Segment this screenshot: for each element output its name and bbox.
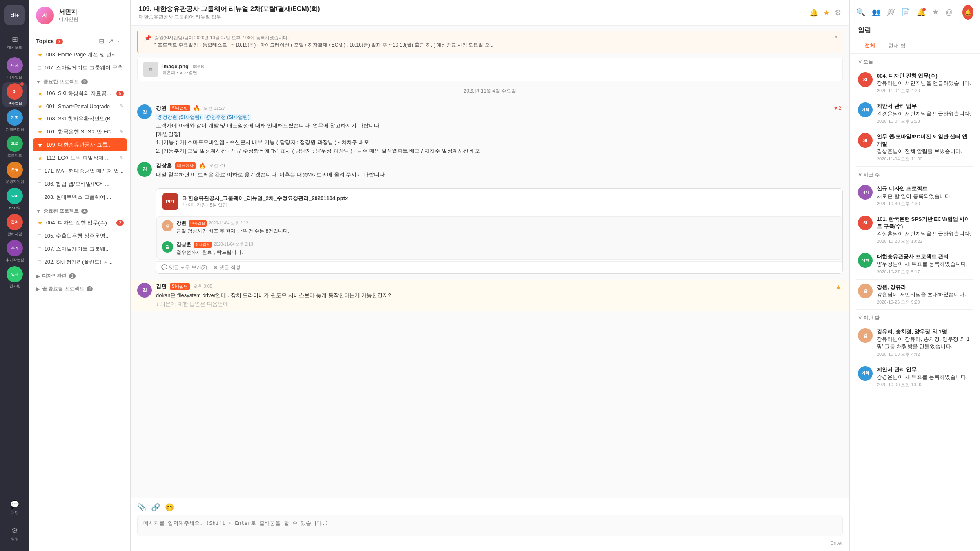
section-completed[interactable]: ▼ 종료된 프로젝트 4: [29, 204, 130, 216]
settings-icon[interactable]: ⚙: [835, 8, 841, 17]
sub-reply-name-2: 김상훈: [176, 241, 191, 248]
sidebar-item-186[interactable]: □ 186. 협업 웹/모바일/PC비...: [29, 178, 130, 191]
msg-text-1b: [개발일정]: [156, 130, 843, 139]
notif-item-1[interactable]: SI 004. 디자인 진행 업무(수) 강유라님이 서민지님을 언급하였습니다…: [856, 68, 973, 98]
msg-body-2: 김상훈 대표이사 🔥 오전 2:11 내일 철수하면 이 토픽은 완료 이하로 …: [156, 162, 843, 179]
view-all-replies-btn[interactable]: 💬 댓글 모두 보기(2): [161, 264, 207, 271]
attach-size: 89KB: [193, 64, 204, 69]
notif-item-3[interactable]: SI 업무 웹/모바일/PC버전 & 일반 센터 앱 개발 김상훈님이 전체 알…: [856, 129, 973, 167]
emoji-icon[interactable]: 😊: [165, 503, 174, 512]
notif-item-2[interactable]: 기획 제안서 관리 업무 강경온님이 서민지님을 언급하였습니다. 2020-1…: [856, 98, 973, 129]
star-icon[interactable]: ★: [823, 8, 830, 17]
nav-item-extra[interactable]: 추가 추가작업팀: [2, 239, 27, 264]
star-icon[interactable]: ★: [932, 8, 939, 17]
sidebar-more-btn[interactable]: ···: [117, 37, 124, 46]
sidebar-item-004[interactable]: ★ 004. 디자인 진행 업무(수) 2: [29, 216, 130, 229]
notif-item-title-4: 신규 디자인 프로젝트: [877, 185, 972, 192]
sidebar-item-105[interactable]: □ 105. 수출입은행 상주운영...: [29, 229, 130, 242]
chevron-down-icon: ▼: [36, 209, 41, 214]
expand-icon[interactable]: ▼: [834, 34, 839, 40]
sidebar-item-208[interactable]: □ 208. 현대무벡스 그룹웨어 ...: [29, 191, 130, 204]
star-icon: ★: [38, 51, 43, 58]
chat-header: 109. 대한송유관공사 그룹웨어 리뉴얼 2차(포탈/결재/ECM)(화) 대…: [131, 0, 849, 26]
file-uploader: 강원 · SI사업팀: [197, 202, 227, 208]
section-important[interactable]: ▼ 중요한 프로젝트 9: [29, 74, 130, 87]
mention-icon[interactable]: @: [945, 8, 953, 17]
nav-item-management[interactable]: 관리 관리자팀: [2, 213, 27, 238]
chat-input-area: 📎 🔗 😊 Enter: [131, 498, 849, 551]
sidebar-item-202[interactable]: □ 202. SKI 헝가리(폴란드) 공...: [29, 256, 130, 269]
sidebar-item-108[interactable]: ★ 108. SKI 창자우환작변인(B...: [29, 112, 130, 125]
sidebar-list: ★ 003. Home Page 개선 및 관리 □ 107. 스마일게이트 그…: [29, 48, 130, 551]
notification-icon[interactable]: 🔔: [917, 8, 926, 17]
notif-item-subtitle-2: 강경온님이 서민지님을 언급하였습니다.: [877, 110, 972, 118]
msg-avatar-1: 강: [137, 104, 152, 119]
sub-reply-1: 강 강원 SI사업팀 2020-11-04 오후 2:12 금일 점심시간 배포…: [157, 217, 842, 238]
section-design[interactable]: ▶ 디자인관련 1: [29, 269, 130, 281]
sidebar-item-pinned-2[interactable]: □ 107. 스마일게이트 그룹웨어 구축: [29, 61, 130, 74]
chevron-down-icon: ∨: [858, 59, 863, 65]
notif-item-subtitle-7: 강원님이 서민지님을 초대하였습니다.: [877, 291, 972, 298]
operations-circle: 운영: [7, 162, 23, 178]
notif-item-7[interactable]: 강 강원, 강유라 강원님이 서민지님을 초대하였습니다. 2020-10-26…: [856, 280, 973, 310]
sidebar-item-171[interactable]: □ 171. MA - 현대중공업 매신저 업...: [29, 164, 130, 178]
chat-input-field[interactable]: [137, 515, 843, 536]
notif-tab-team[interactable]: 현재 팀: [882, 39, 912, 53]
project-circle: 프로: [7, 136, 23, 152]
notif-item-body-1: 004. 디자인 진행 업무(수) 강유라님이 서민지님을 언급하였습니다. 2…: [877, 72, 972, 94]
nav-item-planning[interactable]: 기획 기획관리팀: [2, 109, 27, 133]
nav-item-hr[interactable]: 인사 인사팀: [2, 265, 27, 290]
bell-icon[interactable]: 🔔: [809, 8, 818, 17]
link-icon[interactable]: 🔗: [151, 503, 160, 512]
edit-icon: ✎: [120, 129, 124, 135]
nav-item-design[interactable]: 디자 디자인팀: [2, 56, 27, 81]
notif-item-5[interactable]: SI 101. 한국은행 SPS기반 ECM/협업 사이트 구축(수) 김상훈님…: [856, 211, 973, 249]
chat-messages: 📌 강원(SI사업팀)님이 2020년 10월 07일 오후 7:08에 등록하…: [131, 26, 849, 498]
msg-text-1c: 1. [기능추가] 스마트모바일앱 - 수신문서 배부 기능 ( 담당자 : 정…: [156, 138, 843, 147]
notif-item-title-6: 대한송유관공사 프로젝트 관리: [877, 253, 972, 260]
edit-icon: ✎: [120, 155, 124, 161]
notif-list: ∨ 오늘 SI 004. 디자인 진행 업무(수) 강유라님이 서민지님을 언급…: [850, 54, 980, 551]
sidebar-item-109[interactable]: ★ 109. 대한송유관공사 그룹...: [33, 138, 127, 151]
search-icon[interactable]: 🔍: [856, 8, 865, 17]
notif-item-8[interactable]: 강 강유리, 송치경, 양우정 외 1명 강유라님이 강유라, 송치경, 양우정…: [856, 324, 973, 362]
chevron-down-icon: ∨: [858, 172, 863, 178]
section-badge: 4: [81, 209, 88, 214]
sidebar-item-101[interactable]: ★ 101. 한국은행 SPS기반 EC... ✎: [29, 125, 130, 138]
notif-tab-all[interactable]: 전체: [858, 39, 882, 53]
user-avatar-top[interactable]: 🔔: [962, 5, 973, 20]
sidebar-item-106[interactable]: ★ 106. SKI 화상회의 자료공... 5: [29, 87, 130, 100]
sidebar-share-btn[interactable]: ↗: [107, 36, 114, 46]
nav-item-project[interactable]: 프로 프로젝트: [2, 135, 27, 159]
sidebar-item-112[interactable]: ★ 112. LG이노텍 파일삭제 ... ✎: [29, 151, 130, 164]
sidebar-item-107-comp[interactable]: □ 107. 스마일게이트 그룹웨...: [29, 242, 130, 256]
star-icon: ★: [38, 103, 43, 109]
write-reply-btn[interactable]: ⊕ 댓글 작성: [214, 264, 240, 271]
notif-item-6[interactable]: 대한 대한송유관공사 프로젝트 관리 양우정님이 새 투표를 등록하였습니다. …: [856, 249, 973, 279]
send-button[interactable]: Enter: [830, 540, 843, 546]
document-icon[interactable]: 📄: [901, 8, 910, 17]
notif-item-9[interactable]: 기획 제안서 관리 업무 강경온님이 새 투표를 등록하였습니다. 2020-1…: [856, 362, 973, 392]
nav-item-rnd[interactable]: R&D R&D팀: [2, 187, 27, 211]
msg-team-badge-2: 대표이사: [175, 162, 196, 169]
msg-star-4[interactable]: ★: [835, 284, 841, 291]
nav-item-settings[interactable]: ⚙ 설정: [2, 522, 27, 546]
sidebar-item-pinned-1[interactable]: ★ 003. Home Page 개선 및 관리: [29, 48, 130, 61]
sidebar-item-001[interactable]: ★ 001. Smart*Portal Upgrade ✎: [29, 100, 130, 112]
nav-item-operations[interactable]: 운영 운영지원팀: [2, 161, 27, 185]
notif-item-title-1: 004. 디자인 진행 업무(수): [877, 72, 972, 80]
notif-avatar-5: SI: [858, 216, 873, 230]
sidebar-layout-btn[interactable]: ⊟: [98, 36, 105, 46]
network-icon[interactable]: 🕸: [887, 8, 895, 17]
section-soon[interactable]: ▶ 곧 종료될 프로젝트 2: [29, 281, 130, 294]
nav-item-si[interactable]: SI SI사업팀: [2, 82, 27, 107]
attach-icon[interactable]: 📎: [137, 503, 146, 512]
msg-tag-1: @정강원 (SI사업팀): [156, 114, 203, 120]
people-icon[interactable]: 👥: [872, 8, 881, 17]
notif-item-title-9: 제안서 관리 업무: [877, 366, 972, 373]
nav-item-chat[interactable]: 💬 채팅: [2, 495, 27, 520]
star-icon: ★: [38, 90, 43, 97]
edit-icon: ✎: [120, 103, 124, 109]
nav-item-dashboard[interactable]: ⊞ 대시보드: [2, 30, 27, 55]
notif-item-4[interactable]: 디자 신규 디자인 프로젝트 새로운 할 일이 등록되었습니다. 2020-10…: [856, 181, 973, 211]
